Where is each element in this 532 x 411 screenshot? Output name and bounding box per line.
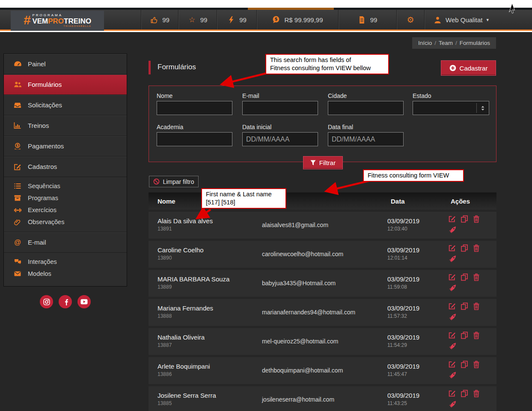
social-links [3,295,127,308]
limpar-filtro-button[interactable]: Limpar filtro [149,176,199,187]
rocket-icon[interactable] [449,400,457,408]
copy-icon[interactable] [461,244,468,252]
rocket-icon[interactable] [449,313,457,321]
annotation-form-view: Fitness consulting form VIEW [363,169,464,182]
settings-button[interactable]: ⚙ [396,10,424,30]
trash-icon[interactable] [473,331,480,339]
sidebar-item-treinos[interactable]: Treinos [4,115,127,136]
sidebar-item-programas[interactable]: Programas [4,192,127,204]
copy-icon[interactable] [461,390,468,397]
edit-icon[interactable] [448,244,456,252]
sidebar-label: Modelos [28,270,51,277]
table-header: Nome E-mail Data Ações [149,192,496,210]
bolts-count: 99 [239,16,247,24]
stars-stat[interactable]: ☆ 99 [178,10,217,30]
users-icon [13,81,22,88]
estado-select[interactable] [413,101,489,115]
trash-icon[interactable] [473,215,480,223]
sidebar-label: Exercícios [28,207,56,213]
sidebar-label: Programas [28,195,58,201]
copy-icon[interactable] [461,361,468,368]
email-input[interactable] [242,101,318,115]
instagram-icon[interactable] [40,295,53,308]
academia-input[interactable] [157,132,232,146]
row-id: 13885 [158,400,172,406]
copy-icon[interactable] [461,273,468,281]
trash-icon[interactable] [473,361,480,368]
breadcrumb-formularios: Formulários [460,40,490,46]
edit-icon[interactable] [448,215,456,223]
sidebar-item-interacoes[interactable]: Interações [4,256,127,268]
user-menu[interactable]: Web Qualitat ▾ [424,10,532,30]
data-inicial-input[interactable] [242,132,318,146]
row-id: 13890 [158,255,172,261]
list-icon [13,183,22,189]
sidebar-label: Observações [28,219,64,225]
documents-stat[interactable]: 99 [338,10,396,30]
money-stat[interactable]: $ R$ 99.999,99 [256,10,338,30]
sidebar-label: Interações [28,258,57,265]
rocket-icon[interactable] [449,284,457,292]
bar-chart-icon [13,122,22,129]
sidebar-item-cadastros[interactable]: Cadastros [4,157,127,177]
paperclip-icon [13,219,22,225]
youtube-icon[interactable] [77,295,91,308]
lightning-icon [227,16,235,24]
row-email: marianafernandes94@hotmail.com [262,309,355,316]
academia-label: Academia [157,124,183,130]
rocket-icon[interactable] [449,225,457,234]
user-name: Web Qualitat [446,16,482,24]
row-name: Arlete Boquimpani [158,363,210,370]
filtrar-button[interactable]: Filtrar [303,156,343,169]
edit-icon[interactable] [448,331,456,339]
trash-icon[interactable] [473,390,480,397]
row-id: 13886 [158,371,172,377]
sidebar-item-observacoes[interactable]: Observações [4,216,127,228]
edit-icon[interactable] [448,273,456,281]
facebook-icon[interactable] [59,295,72,308]
row-name: MARIA BARBARA Souza [158,275,229,283]
cidade-input[interactable] [328,101,404,115]
sidebar-item-email[interactable]: @ E-mail [4,232,127,253]
rocket-icon[interactable] [449,342,457,350]
funnel-icon [310,160,316,166]
breadcrumb: Início / Team / Formulários [412,37,496,49]
edit-icon[interactable] [448,361,456,368]
edit-icon[interactable] [448,390,456,397]
sidebar-item-pagamentos[interactable]: $ Pagamentos [4,136,127,157]
table-body: Alais Da silva alves 13891 alaisalves81@… [149,212,496,411]
sidebar-item-modelos[interactable]: Modelos [4,268,127,280]
row-name: Caroline Coelho [158,246,204,254]
sidebar-item-formularios[interactable]: Formulários [4,74,127,95]
sidebar-item-exercicios[interactable]: Exercícios [4,204,127,216]
row-time: 11:43:25 [387,400,407,406]
breadcrumb-inicio[interactable]: Início [418,40,432,46]
table-row: Mariana Fernandes 13888 marianafernandes… [149,299,496,326]
row-id: 13888 [158,313,172,319]
copy-icon[interactable] [461,302,468,310]
data-final-input[interactable] [328,132,404,146]
trash-icon[interactable] [473,302,480,310]
table-row: Alais Da silva alves 13891 alaisalves81@… [149,212,496,239]
svg-text:$: $ [275,17,278,21]
bolts-stat[interactable]: 99 [217,10,256,30]
rocket-icon[interactable] [449,371,457,379]
rocket-icon[interactable] [449,254,457,263]
trash-icon[interactable] [473,244,480,252]
table-row: Arlete Boquimpani 13886 dethboquimpani@h… [149,357,496,384]
likes-stat[interactable]: 99 [141,10,178,30]
logo-hash-icon: # [24,14,31,27]
copy-icon[interactable] [461,331,468,339]
sidebar-item-sequencias[interactable]: Sequências [4,180,127,192]
money-amount: R$ 99.999,99 [284,16,323,24]
sidebar-item-painel[interactable]: Painel [4,54,127,74]
brand-logo[interactable]: # PROGRAMA VEMPROTREINO THIAGOVARELLA [11,11,104,31]
sidebar-item-solicitacoes[interactable]: Solicitações [4,95,127,115]
nome-input[interactable] [157,101,232,115]
edit-icon[interactable] [448,302,456,310]
copy-icon[interactable] [461,215,468,223]
trash-icon[interactable] [473,273,480,281]
breadcrumb-team[interactable]: Team [439,40,453,46]
row-name: Alais Da silva alves [158,217,213,225]
cadastrar-button[interactable]: Cadastrar [441,60,496,76]
